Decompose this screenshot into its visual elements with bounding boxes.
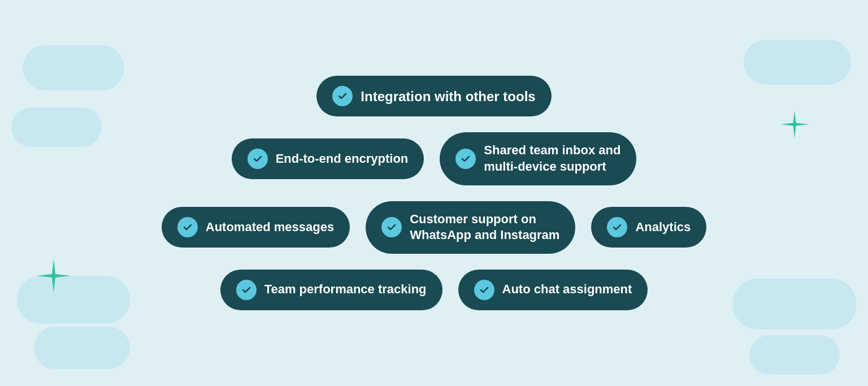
feature-integration: Integration with other tools (316, 76, 551, 116)
check-icon-integration (332, 86, 353, 106)
feature-analytics: Analytics (591, 207, 706, 248)
check-icon-encryption (248, 149, 268, 169)
feature-integration-label: Integration with other tools (361, 88, 535, 105)
feature-analytics-label: Analytics (635, 219, 691, 236)
features-row-3: Automated messages Customer support onWh… (162, 201, 707, 254)
features-row-2: End-to-end encryption Shared team inbox … (232, 132, 637, 185)
feature-encryption-label: End-to-end encryption (276, 151, 409, 167)
features-row-4: Team performance tracking Auto chat assi… (220, 270, 648, 310)
feature-shared-inbox-label: Shared team inbox andmulti-device suppor… (484, 142, 620, 175)
feature-automated-messages: Automated messages (162, 207, 350, 248)
check-icon-automated-messages (177, 217, 198, 237)
feature-team-performance-label: Team performance tracking (264, 281, 427, 298)
check-icon-shared-inbox (455, 149, 476, 169)
check-icon-team-performance (236, 280, 257, 300)
feature-customer-support: Customer support onWhatsApp and Instagra… (366, 201, 575, 254)
feature-team-performance: Team performance tracking (220, 270, 442, 310)
feature-auto-chat-label: Auto chat assignment (502, 281, 632, 298)
feature-automated-messages-label: Automated messages (206, 219, 334, 236)
feature-customer-support-label: Customer support onWhatsApp and Instagra… (410, 211, 559, 244)
feature-shared-inbox: Shared team inbox andmulti-device suppor… (440, 132, 636, 185)
check-icon-analytics (607, 217, 627, 237)
features-row-1: Integration with other tools (316, 76, 551, 116)
features-container: Integration with other tools End-to-end … (0, 0, 868, 386)
feature-encryption: End-to-end encryption (232, 138, 424, 179)
check-icon-customer-support (381, 217, 402, 237)
feature-auto-chat: Auto chat assignment (458, 270, 648, 310)
check-icon-auto-chat (474, 280, 494, 300)
